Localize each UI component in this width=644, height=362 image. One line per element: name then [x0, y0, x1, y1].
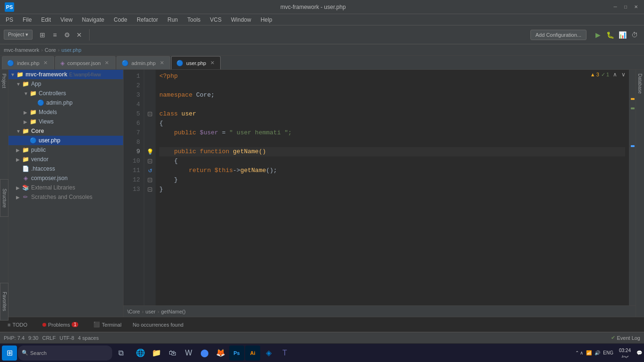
tree-user-php[interactable]: 🔵 user.php: [8, 136, 123, 145]
event-log[interactable]: ✔ Event Log: [611, 335, 640, 341]
minimize-button[interactable]: ─: [612, 4, 619, 10]
tab-user-close[interactable]: ✕: [209, 60, 215, 66]
taskbar-search[interactable]: 🔍 Search: [18, 346, 112, 361]
settings-icon[interactable]: ⚙: [62, 30, 72, 40]
tree-controllers[interactable]: ▼ 📁 Controllers: [8, 89, 123, 98]
breadcrumb-file[interactable]: user.php: [61, 47, 81, 53]
bc-user[interactable]: user: [146, 309, 156, 314]
editor-indicators: ▲ 3 ✓ 1 ∧ ∨: [590, 71, 627, 78]
lightbulb-icon[interactable]: 💡: [147, 148, 154, 155]
code-container[interactable]: 1 2 3 4 5 6 7 8 9 10 11 12 13: [124, 70, 636, 305]
taskbar-clock[interactable]: 03:24 ب.د: [616, 348, 634, 358]
taskbar-taskview[interactable]: ⧉: [113, 346, 128, 361]
menu-run[interactable]: Run: [164, 16, 182, 24]
taskbar-word[interactable]: W: [181, 346, 196, 361]
bc-getname[interactable]: getName(): [161, 309, 186, 314]
coverage-button[interactable]: 📊: [617, 29, 628, 41]
problems-tab[interactable]: Problems 1: [39, 320, 82, 329]
gutter-9-fold[interactable]: [144, 156, 156, 166]
breadcrumb-project[interactable]: mvc-framework: [4, 47, 39, 53]
tree-app[interactable]: ▼ 📁 App: [8, 79, 123, 89]
tree-public[interactable]: ▶ 📁 public: [8, 145, 123, 155]
taskbar-ps[interactable]: Ps: [229, 346, 244, 361]
gutter-4: [144, 100, 156, 109]
tree-vendor[interactable]: ▶ 📁 vendor: [8, 155, 123, 164]
menu-tools[interactable]: Tools: [183, 16, 204, 24]
encoding[interactable]: UTF-8: [59, 335, 74, 341]
php-version[interactable]: PHP: 7.4: [4, 335, 25, 341]
menu-ps[interactable]: PS: [2, 16, 17, 24]
menu-edit[interactable]: Edit: [37, 16, 55, 24]
taskbar-edge[interactable]: 🌐: [133, 346, 148, 361]
taskbar-vscode[interactable]: ◈: [261, 346, 276, 361]
indent[interactable]: 4 spaces: [78, 335, 99, 341]
tree-models[interactable]: ▶ 📁 Models: [8, 107, 123, 117]
database-panel-tab[interactable]: Database: [636, 70, 644, 317]
tab-composer-close[interactable]: ✕: [104, 60, 110, 66]
tree-admin-php-label: admin.php: [46, 99, 73, 106]
start-button[interactable]: ⊞: [2, 346, 17, 361]
gutter-5-fold[interactable]: [144, 109, 156, 119]
tree-admin-php[interactable]: 🔵 admin.php: [8, 98, 123, 107]
vendor-folder-icon: 📁: [22, 156, 29, 163]
favorites-side-tab[interactable]: Favorites: [0, 283, 8, 321]
crlf[interactable]: CRLF: [42, 335, 56, 341]
tree-core[interactable]: ▼ 📁 Core: [8, 126, 123, 136]
code-content[interactable]: <?php namespace Core; class user { publi…: [156, 70, 629, 305]
warning-marker-2: [631, 107, 635, 109]
warning-triangle-icon: ▲: [590, 72, 595, 77]
close-panel-icon[interactable]: ✕: [74, 30, 84, 40]
tab-admin-close[interactable]: ✕: [158, 60, 165, 66]
bc-core[interactable]: \Core: [127, 309, 140, 314]
profile-button[interactable]: ⏱: [629, 29, 640, 41]
menu-code[interactable]: Code: [110, 16, 131, 24]
taskbar-firefox[interactable]: 🦊: [213, 346, 228, 361]
menu-file[interactable]: File: [19, 16, 35, 24]
notification-icon[interactable]: 💬: [636, 350, 642, 355]
lang-indicator[interactable]: ENG: [603, 350, 613, 355]
breadcrumb-folder[interactable]: Core: [45, 47, 56, 53]
taskbar-explorer[interactable]: 📁: [149, 346, 164, 361]
tab-index-close[interactable]: ✕: [42, 60, 49, 66]
tab-composer-json[interactable]: ◈ composer.json ✕: [55, 56, 116, 69]
tree-external-libs[interactable]: ▶ 📚 External Libraries: [8, 183, 123, 192]
nav-up-button[interactable]: ∧: [611, 71, 619, 78]
tree-scratches[interactable]: ▶ ✏ Scratches and Consoles: [8, 192, 123, 202]
taskbar-chrome[interactable]: ⬤: [197, 346, 212, 361]
tree-root[interactable]: ▼ 📁 mvc-framework E:\wamp64\ww: [8, 70, 123, 79]
maximize-button[interactable]: □: [622, 4, 629, 10]
taskbar-ai[interactable]: Ai: [245, 346, 260, 361]
terminal-tab[interactable]: ⬛ Terminal: [90, 320, 125, 329]
nav-down-button[interactable]: ∨: [619, 71, 627, 78]
debug-button[interactable]: 🐛: [604, 29, 616, 41]
run-button[interactable]: ▶: [592, 29, 603, 41]
menu-window[interactable]: Window: [227, 16, 255, 24]
add-configuration-button[interactable]: Add Configuration...: [530, 30, 586, 40]
menu-refactor[interactable]: Refactor: [133, 16, 162, 24]
tree-htaccess[interactable]: 📄 .htaccess: [8, 164, 123, 173]
root-arrow: ▼: [10, 72, 15, 77]
gutter-13-fold[interactable]: [144, 185, 156, 194]
line-col[interactable]: 9:30: [28, 335, 38, 341]
menu-help[interactable]: Help: [257, 16, 276, 24]
structure-side-tab[interactable]: Structure: [0, 179, 8, 217]
structure-icon[interactable]: ⊞: [37, 30, 48, 40]
code-line-4: [159, 100, 625, 109]
tab-admin-php[interactable]: 🔵 admin.php ✕: [116, 56, 170, 69]
tree-composer-json[interactable]: ◈ composer.json: [8, 173, 123, 183]
menu-navigate[interactable]: Navigate: [78, 16, 108, 24]
line-num-8: 8: [124, 138, 144, 147]
taskbar-store[interactable]: 🛍: [165, 346, 180, 361]
tab-index-php[interactable]: 🔵 index.php ✕: [2, 56, 54, 69]
taskbar-teams[interactable]: T: [277, 346, 292, 361]
todo-tab[interactable]: ≡ TODO: [4, 320, 31, 329]
gutter-12-fold[interactable]: [144, 175, 156, 185]
tree-views[interactable]: ▶ 📁 Views: [8, 117, 123, 126]
collapse-icon[interactable]: ≡: [50, 30, 60, 40]
bc-sep2: ›: [157, 309, 159, 314]
project-button[interactable]: Project ▾: [4, 30, 33, 40]
tab-user-php[interactable]: 🔵 user.php ✕: [171, 56, 221, 69]
close-button[interactable]: ✕: [633, 4, 639, 10]
menu-vcs[interactable]: VCS: [206, 16, 225, 24]
menu-view[interactable]: View: [57, 16, 76, 24]
